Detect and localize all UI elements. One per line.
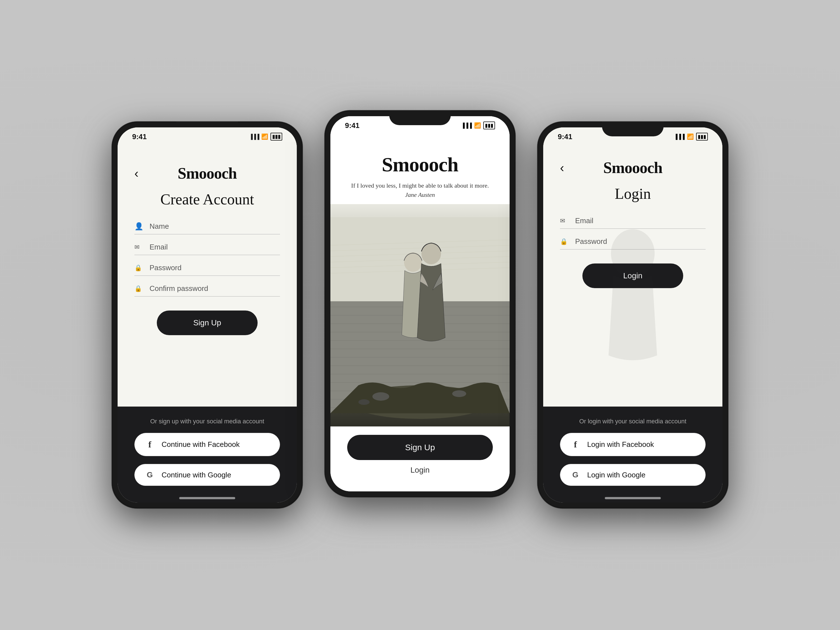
status-time-2: 9:41: [345, 121, 360, 130]
svg-point-27: [611, 229, 655, 278]
engraving-illustration: [330, 204, 510, 426]
top-section: ‹ Smoooch Create Account 👤 Name ✉ Email: [118, 142, 297, 407]
battery-icon: ▮▮▮: [270, 133, 282, 141]
confirm-password-label: Confirm password: [150, 284, 208, 293]
google-button[interactable]: G Continue with Google: [134, 464, 280, 486]
app-title: Smoooch: [178, 164, 237, 182]
google-icon: G: [145, 471, 155, 479]
name-icon: 👤: [134, 222, 144, 231]
wifi-icon-3: 📶: [687, 133, 694, 140]
splash-login-button[interactable]: Login: [411, 466, 430, 475]
illustration-area: [330, 204, 510, 426]
screen-login: 9:41 ▐▐▐ 📶 ▮▮▮ ‹ Smoooch: [543, 127, 722, 503]
facebook-icon: f: [145, 439, 155, 450]
splash-quote: If I loved you less, I might be able to …: [351, 181, 489, 190]
section-title: Create Account: [134, 191, 280, 208]
login-screen-content: ‹ Smoooch Login: [543, 142, 722, 503]
phone-login: 9:41 ▐▐▐ 📶 ▮▮▮ ‹ Smoooch: [538, 122, 728, 508]
screen-create-account: 9:41 ▐▐▐ 📶 ▮▮▮ ‹ Smoooch Create Account: [118, 127, 297, 503]
home-indicator-3: [605, 497, 661, 499]
name-label: Name: [150, 222, 169, 231]
svg-point-25: [452, 390, 466, 397]
status-time-3: 9:41: [558, 133, 572, 141]
battery-icon-3: ▮▮▮: [696, 133, 708, 141]
back-button[interactable]: ‹: [134, 166, 139, 180]
social-divider: Or sign up with your social media accoun…: [150, 418, 264, 425]
form-fields: 👤 Name ✉ Email 🔒 Password �: [134, 222, 280, 297]
splash-top: Smoooch If I loved you less, I might be …: [330, 131, 510, 204]
phone-create-account: 9:41 ▐▐▐ 📶 ▮▮▮ ‹ Smoooch Create Account: [112, 122, 302, 508]
login-google-icon: G: [570, 471, 580, 479]
phone-notch-3: [602, 122, 663, 136]
svg-point-22: [404, 252, 422, 272]
facebook-label: Continue with Facebook: [161, 440, 240, 449]
status-icons: ▐▐▐ 📶 ▮▮▮: [249, 133, 282, 141]
splash-app-title: Smoooch: [382, 153, 458, 177]
wifi-icon-2: 📶: [474, 122, 481, 129]
splash-screen: 9:41 ▐▐▐ 📶 ▮▮▮ Smoooch If I loved you le…: [330, 116, 510, 491]
login-facebook-icon: f: [570, 439, 580, 450]
login-bg-area: Login ✉ Email 🔒 Password: [560, 185, 706, 390]
login-back-button[interactable]: ‹: [560, 161, 564, 175]
phone-welcome: 9:41 ▐▐▐ 📶 ▮▮▮ Smoooch If I loved you le…: [325, 111, 515, 497]
signal-icon-3: ▐▐▐: [674, 134, 685, 140]
svg-point-26: [358, 399, 369, 405]
phone-header: ‹ Smoooch: [134, 164, 280, 182]
splash-signup-button[interactable]: Sign Up: [347, 435, 493, 460]
status-icons-3: ▐▐▐ 📶 ▮▮▮: [674, 133, 708, 141]
password-field[interactable]: 🔒 Password: [134, 264, 280, 276]
splash-bottom: Sign Up Login: [330, 426, 510, 491]
confirm-password-field[interactable]: 🔒 Confirm password: [134, 284, 280, 297]
svg-point-24: [373, 392, 389, 401]
signal-icon-2: ▐▐▐: [461, 123, 472, 128]
status-bar: 9:41 ▐▐▐ 📶 ▮▮▮: [118, 127, 297, 142]
signal-icon: ▐▐▐: [249, 134, 259, 140]
login-phone-header: ‹ Smoooch: [560, 159, 706, 177]
lock-icon-2: 🔒: [134, 285, 144, 292]
lock-icon-1: 🔒: [134, 264, 144, 272]
login-bottom-section: Or login with your social media account …: [543, 407, 722, 503]
email-icon: ✉: [134, 243, 144, 251]
login-social-divider: Or login with your social media account: [579, 418, 687, 425]
login-top-section: ‹ Smoooch Login: [543, 142, 722, 407]
facebook-button[interactable]: f Continue with Facebook: [134, 433, 280, 456]
couple-illustration: [330, 204, 510, 426]
google-label: Continue with Google: [161, 471, 231, 479]
battery-icon-2: ▮▮▮: [483, 122, 495, 129]
login-google-label: Login with Google: [587, 471, 646, 479]
login-facebook-button[interactable]: f Login with Facebook: [560, 433, 706, 456]
splash-quote-author: Jane Austen: [405, 191, 435, 199]
login-app-title: Smoooch: [603, 159, 663, 177]
login-google-button[interactable]: G Login with Google: [560, 464, 706, 486]
email-field[interactable]: ✉ Email: [134, 243, 280, 255]
status-icons-2: ▐▐▐ 📶 ▮▮▮: [461, 122, 495, 129]
bottom-section: Or sign up with your social media accoun…: [118, 407, 297, 503]
screen-content: ‹ Smoooch Create Account 👤 Name ✉ Email: [118, 142, 297, 503]
email-label: Email: [150, 243, 168, 251]
login-facebook-label: Login with Facebook: [587, 440, 654, 449]
home-indicator: [179, 497, 235, 499]
password-label: Password: [150, 264, 182, 272]
signup-button[interactable]: Sign Up: [157, 311, 257, 335]
phone-notch-2: [389, 111, 451, 125]
wifi-icon: 📶: [261, 133, 268, 140]
status-time: 9:41: [132, 133, 147, 141]
name-field[interactable]: 👤 Name: [134, 222, 280, 234]
